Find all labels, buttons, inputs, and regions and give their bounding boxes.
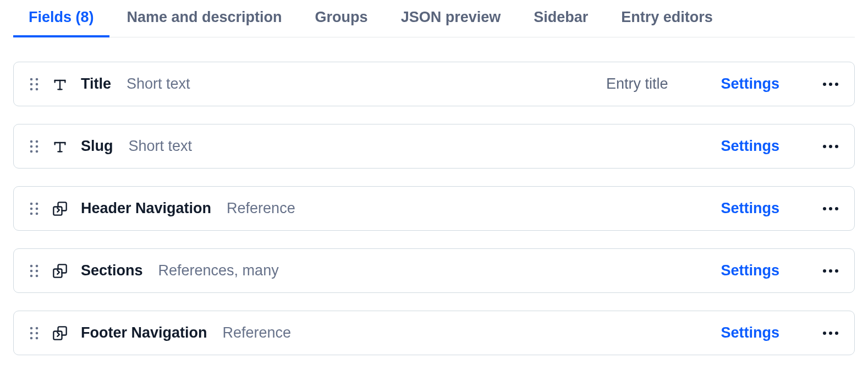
drag-handle-icon[interactable] bbox=[29, 326, 39, 340]
tabs: Fields (8) Name and description Groups J… bbox=[13, 0, 855, 37]
svg-point-13 bbox=[30, 150, 33, 153]
svg-point-15 bbox=[823, 145, 826, 148]
svg-point-27 bbox=[835, 207, 838, 210]
svg-point-8 bbox=[835, 83, 838, 86]
tab-entry-editors[interactable]: Entry editors bbox=[621, 0, 713, 37]
svg-point-2 bbox=[30, 83, 33, 85]
svg-point-42 bbox=[30, 336, 33, 339]
field-row: Footer Navigation Reference Settings bbox=[13, 311, 855, 355]
field-name: Title bbox=[81, 75, 111, 93]
svg-point-32 bbox=[30, 274, 33, 277]
svg-point-22 bbox=[30, 212, 33, 215]
svg-point-4 bbox=[30, 88, 33, 90]
field-name: Header Navigation bbox=[81, 200, 211, 217]
svg-point-45 bbox=[823, 332, 826, 335]
svg-point-36 bbox=[829, 269, 832, 273]
svg-point-28 bbox=[30, 264, 33, 267]
svg-point-10 bbox=[36, 140, 39, 143]
more-icon[interactable] bbox=[822, 144, 839, 149]
svg-point-11 bbox=[30, 145, 33, 148]
svg-point-25 bbox=[823, 207, 826, 210]
svg-point-30 bbox=[30, 269, 33, 272]
settings-button[interactable]: Settings bbox=[721, 75, 779, 93]
drag-handle-icon[interactable] bbox=[29, 202, 39, 216]
settings-button[interactable]: Settings bbox=[721, 324, 779, 341]
svg-point-14 bbox=[36, 150, 39, 153]
settings-button[interactable]: Settings bbox=[721, 200, 779, 217]
svg-point-7 bbox=[829, 83, 832, 86]
field-type: References, many bbox=[158, 262, 279, 279]
reference-icon bbox=[52, 201, 68, 216]
svg-point-0 bbox=[30, 78, 33, 80]
svg-point-38 bbox=[30, 327, 33, 329]
svg-point-35 bbox=[823, 269, 826, 273]
reference-icon bbox=[52, 263, 68, 279]
text-icon bbox=[52, 77, 68, 92]
svg-point-20 bbox=[30, 207, 33, 210]
svg-point-9 bbox=[30, 140, 33, 143]
svg-point-5 bbox=[36, 88, 39, 90]
svg-point-29 bbox=[36, 264, 39, 267]
svg-point-19 bbox=[36, 202, 39, 205]
tab-groups[interactable]: Groups bbox=[315, 0, 368, 37]
svg-point-3 bbox=[36, 83, 39, 85]
field-row: Slug Short text Settings bbox=[13, 124, 855, 169]
settings-button[interactable]: Settings bbox=[721, 262, 779, 279]
drag-handle-icon[interactable] bbox=[29, 139, 39, 154]
svg-point-39 bbox=[36, 327, 39, 329]
field-badge: Entry title bbox=[606, 75, 668, 93]
reference-icon bbox=[52, 325, 68, 341]
field-type: Reference bbox=[227, 200, 295, 217]
svg-point-18 bbox=[30, 202, 33, 205]
field-type: Reference bbox=[223, 324, 292, 341]
field-type: Short text bbox=[129, 138, 193, 155]
svg-point-31 bbox=[36, 269, 39, 272]
svg-point-37 bbox=[835, 269, 838, 273]
svg-point-26 bbox=[829, 207, 832, 210]
svg-point-33 bbox=[36, 274, 39, 277]
svg-point-6 bbox=[823, 83, 826, 86]
more-icon[interactable] bbox=[822, 331, 839, 335]
svg-point-40 bbox=[30, 332, 33, 334]
more-icon[interactable] bbox=[822, 269, 839, 273]
field-row: Sections References, many Settings bbox=[13, 248, 855, 293]
more-icon[interactable] bbox=[822, 82, 839, 86]
svg-point-23 bbox=[36, 212, 39, 215]
field-name: Slug bbox=[81, 138, 113, 155]
svg-point-1 bbox=[36, 78, 39, 80]
fields-list: Title Short text Entry title Settings Sl… bbox=[13, 62, 855, 355]
svg-point-43 bbox=[36, 336, 39, 339]
svg-point-46 bbox=[829, 332, 832, 335]
settings-button[interactable]: Settings bbox=[721, 138, 779, 155]
more-icon[interactable] bbox=[822, 207, 839, 211]
field-row: Title Short text Entry title Settings bbox=[13, 62, 855, 106]
tab-fields[interactable]: Fields (8) bbox=[29, 0, 94, 37]
svg-point-16 bbox=[829, 145, 832, 148]
drag-handle-icon[interactable] bbox=[29, 264, 39, 278]
field-name: Sections bbox=[81, 262, 143, 279]
tab-sidebar[interactable]: Sidebar bbox=[534, 0, 588, 37]
tab-name-and-description[interactable]: Name and description bbox=[127, 0, 282, 37]
text-icon bbox=[52, 139, 68, 154]
field-type: Short text bbox=[127, 75, 190, 93]
svg-point-47 bbox=[835, 332, 838, 335]
svg-point-21 bbox=[36, 207, 39, 210]
svg-point-12 bbox=[36, 145, 39, 148]
tab-json-preview[interactable]: JSON preview bbox=[401, 0, 501, 37]
drag-handle-icon[interactable] bbox=[29, 77, 39, 91]
svg-point-41 bbox=[36, 332, 39, 334]
field-name: Footer Navigation bbox=[81, 324, 207, 341]
field-row: Header Navigation Reference Settings bbox=[13, 186, 855, 231]
svg-point-17 bbox=[835, 145, 838, 148]
